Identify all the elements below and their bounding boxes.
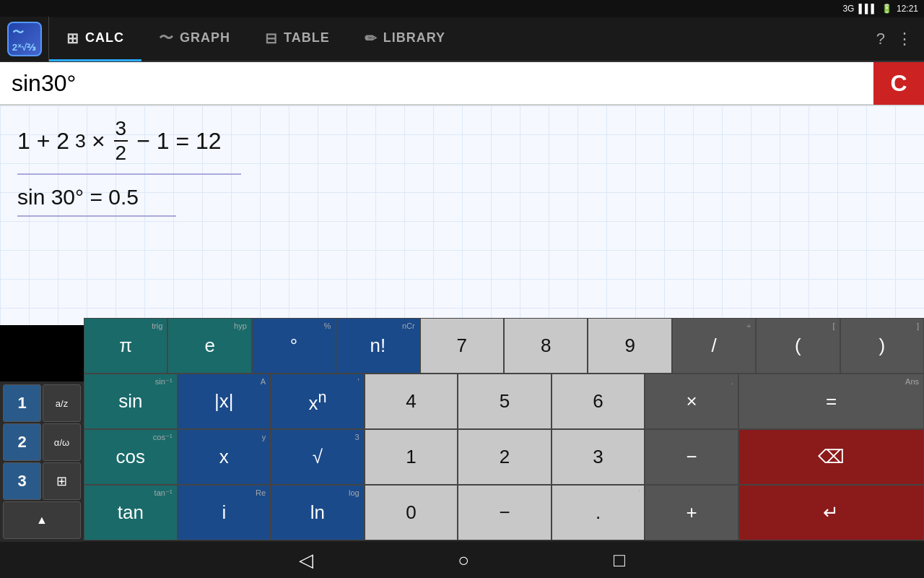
left-row-arrow: ▲ xyxy=(3,501,81,539)
equals-label: = xyxy=(826,390,837,413)
logo-wave-icon: 〜2ˣ√⅔ xyxy=(12,25,37,53)
key-multiply[interactable]: . × xyxy=(645,374,738,429)
key-sin[interactable]: sin⁻¹ sin xyxy=(84,374,178,429)
key-3-label: 3 xyxy=(593,446,603,468)
bottom-nav: ◁ ○ □ xyxy=(0,542,924,578)
lparen-label: ( xyxy=(795,335,801,357)
key-6[interactable]: 6 xyxy=(552,374,645,429)
key-1[interactable]: 1 xyxy=(365,429,458,485)
keyboard: trig π hyp e % ° nCr n! xyxy=(84,318,924,542)
key-pi[interactable]: trig π xyxy=(84,318,167,374)
tan-sublabel: tan⁻¹ xyxy=(154,488,173,498)
key-abs[interactable]: A |x| xyxy=(178,374,271,429)
clear-button[interactable]: C xyxy=(873,62,924,105)
ln-sublabel: log xyxy=(349,488,359,497)
home-button[interactable]: ○ xyxy=(458,549,469,571)
time-label: 12:21 xyxy=(897,4,918,14)
multiply-label: × xyxy=(687,390,697,413)
key-3[interactable]: 3 xyxy=(552,429,645,485)
key-8-label: 8 xyxy=(541,335,551,357)
fraction-denominator: 2 xyxy=(114,142,128,165)
key-8[interactable]: 8 xyxy=(504,318,588,374)
nav-bar: 〜2ˣ√⅔ ⊞ CALC 〜 GRAPH ⊟ TABLE ✏ LIBRARY ?… xyxy=(0,17,924,62)
abs-sublabel: A xyxy=(261,377,266,386)
key-imaginary[interactable]: Re i xyxy=(178,485,271,540)
left-btn-alpha2[interactable]: α/ω xyxy=(43,423,81,461)
back-button[interactable]: ◁ xyxy=(299,549,313,571)
key-equals[interactable]: Ans = xyxy=(738,374,924,429)
left-btn-1[interactable]: 1 xyxy=(3,384,41,422)
key-rparen[interactable]: ] ) xyxy=(840,318,924,374)
signal-icon: ▌▌▌ xyxy=(858,4,877,14)
table-tab-label: TABLE xyxy=(284,30,330,46)
enter-icon: ↵ xyxy=(823,501,839,524)
recent-button[interactable]: □ xyxy=(614,549,625,571)
expr1-part1: 1 + 2 xyxy=(17,128,69,155)
expression-input[interactable] xyxy=(0,70,873,97)
key-4[interactable]: 4 xyxy=(365,374,458,429)
expr1-part2: − 1 = 12 xyxy=(136,128,221,155)
backspace-icon: ⌫ xyxy=(818,446,845,468)
key-1-label: 1 xyxy=(406,446,416,468)
key-tan[interactable]: tan⁻¹ tan xyxy=(84,485,178,540)
key-xn[interactable]: ' xn xyxy=(271,374,365,429)
nav-right: ? ⋮ xyxy=(876,30,924,48)
math-content: 1 + 23 × 3 2 − 1 = 12 sin 30° = 0.5 xyxy=(0,105,924,228)
key-x[interactable]: y x xyxy=(178,429,271,485)
tab-table[interactable]: ⊟ TABLE xyxy=(248,17,347,61)
key-e[interactable]: hyp e xyxy=(167,318,251,374)
left-btn-arrow[interactable]: ▲ xyxy=(3,501,81,539)
left-btn-3[interactable]: 3 xyxy=(3,462,41,500)
key-degree[interactable]: % ° xyxy=(252,318,336,374)
fraction-numerator: 3 xyxy=(114,117,128,142)
left-btn-2[interactable]: 2 xyxy=(3,423,41,461)
key-enter[interactable]: ↵ xyxy=(738,485,924,540)
left-row-2: 2 α/ω xyxy=(3,423,81,461)
key-5-label: 5 xyxy=(500,390,510,413)
tab-graph[interactable]: 〜 GRAPH xyxy=(141,17,248,61)
calc-tab-label: CALC xyxy=(85,30,124,46)
app-logo[interactable]: 〜2ˣ√⅔ xyxy=(0,17,49,61)
key-9[interactable]: 9 xyxy=(588,318,671,374)
calc-area: C 1 + 23 × 3 2 − 1 = 12 xyxy=(0,62,924,542)
key-lparen[interactable]: [ ( xyxy=(756,318,840,374)
left-btn-alpha1[interactable]: a/z xyxy=(43,384,81,422)
e-sublabel: hyp xyxy=(234,322,247,330)
key-factorial[interactable]: nCr n! xyxy=(336,318,419,374)
key-divide[interactable]: ÷ / xyxy=(672,318,756,374)
equals-sublabel: Ans xyxy=(905,377,919,386)
divide-label: / xyxy=(711,335,716,357)
key-sqrt[interactable]: 3 √ xyxy=(271,429,365,485)
lparen-sublabel: [ xyxy=(833,322,835,330)
key-dot[interactable]: ' . xyxy=(552,485,645,540)
left-btn-grid[interactable]: ⊞ xyxy=(43,462,81,500)
tab-library[interactable]: ✏ LIBRARY xyxy=(347,17,463,61)
key-7[interactable]: 7 xyxy=(420,318,504,374)
logo-box: 〜2ˣ√⅔ xyxy=(7,22,42,56)
key-2[interactable]: 2 xyxy=(458,429,552,485)
key-2-label: 2 xyxy=(500,446,510,468)
key-minus[interactable]: − xyxy=(645,429,738,485)
tan-label: tan xyxy=(118,501,144,524)
xn-label: xn xyxy=(308,388,326,415)
input-bar: C xyxy=(0,62,924,105)
key-ln[interactable]: log ln xyxy=(271,485,365,540)
tab-calc[interactable]: ⊞ CALC xyxy=(49,17,141,61)
library-tab-label: LIBRARY xyxy=(383,30,445,46)
help-button[interactable]: ? xyxy=(876,30,885,48)
key-plus[interactable]: + xyxy=(645,485,738,540)
menu-button[interactable]: ⋮ xyxy=(897,30,912,48)
key-cos[interactable]: cos⁻¹ cos xyxy=(84,429,178,485)
key-5[interactable]: 5 xyxy=(458,374,552,429)
key-backspace[interactable]: ⌫ xyxy=(738,429,924,485)
sin-sublabel: sin⁻¹ xyxy=(155,377,173,387)
key-negate[interactable]: − xyxy=(458,485,552,540)
sqrt-sublabel: 3 xyxy=(355,433,359,441)
factorial-sublabel: nCr xyxy=(402,322,415,330)
minus-label: − xyxy=(687,446,697,468)
key-0[interactable]: 0 xyxy=(365,485,458,540)
left-panel: 1 a/z 2 α/ω 3 ⊞ ▲ xyxy=(0,381,84,542)
abs-label: |x| xyxy=(214,390,234,413)
left-row-1: 1 a/z xyxy=(3,384,81,422)
pi-label: π xyxy=(119,335,132,357)
